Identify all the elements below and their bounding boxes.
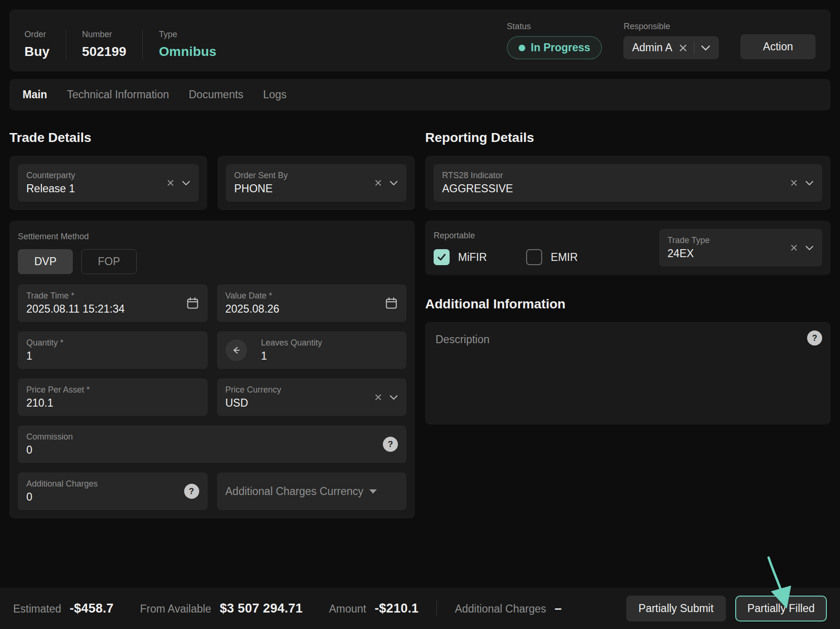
- settlement-fop-button[interactable]: FOP: [81, 249, 136, 274]
- order-side-value: Buy: [24, 44, 50, 59]
- close-icon[interactable]: [679, 44, 687, 52]
- help-icon[interactable]: ?: [184, 484, 199, 499]
- additional-charges-value: 0: [26, 491, 98, 503]
- trade-type-label: Trade Type: [668, 236, 710, 245]
- chip-divider: [694, 42, 694, 54]
- calendar-icon[interactable]: [385, 297, 398, 310]
- chevron-down-icon[interactable]: [389, 181, 398, 186]
- from-available-label: From Available: [140, 603, 211, 615]
- settlement-method-toggle: DVP FOP: [18, 249, 406, 274]
- price-currency-select[interactable]: Price Currency USD: [217, 378, 407, 416]
- close-icon[interactable]: [790, 244, 798, 252]
- checkbox-checked-icon[interactable]: [434, 249, 450, 265]
- additional-charges-currency-select[interactable]: Additional Charges Currency: [217, 472, 407, 510]
- number-label: Number: [82, 30, 127, 39]
- additional-charges-field[interactable]: Additional Charges 0 ?: [18, 472, 208, 510]
- tab-technical-information[interactable]: Technical Information: [67, 87, 169, 102]
- amount-label: Amount: [329, 603, 366, 615]
- chevron-down-icon[interactable]: [805, 181, 814, 186]
- leaves-quantity-field[interactable]: Leaves Quantity 1: [217, 331, 407, 369]
- trade-type-value: 24EX: [668, 247, 710, 260]
- chevron-down-icon[interactable]: [389, 395, 398, 400]
- tab-logs[interactable]: Logs: [263, 87, 287, 102]
- header-divider: [142, 30, 143, 59]
- footer-divider: [436, 600, 437, 616]
- checkbox-unchecked-icon[interactable]: [526, 249, 542, 265]
- chevron-down-icon[interactable]: [182, 181, 190, 186]
- order-number-group: Number 502199: [82, 30, 127, 59]
- order-label: Order: [24, 30, 50, 39]
- quantity-value: 1: [26, 350, 63, 362]
- close-icon[interactable]: [374, 179, 382, 187]
- tab-documents[interactable]: Documents: [189, 87, 243, 102]
- status-label: Status: [507, 22, 602, 31]
- emir-checkbox-item[interactable]: EMIR: [526, 249, 578, 265]
- chevron-down-icon[interactable]: [701, 45, 710, 51]
- amount-value: -$210.1: [375, 601, 419, 616]
- price-per-asset-field[interactable]: Price Per Asset * 210.1: [18, 378, 208, 416]
- from-available-group: From Available $3 507 294.71: [140, 601, 303, 616]
- calendar-icon[interactable]: [186, 297, 199, 310]
- chevron-down-icon[interactable]: [805, 245, 814, 251]
- commission-field[interactable]: Commission 0 ?: [18, 425, 406, 463]
- footer-additional-charges-value: –: [555, 601, 562, 616]
- additional-information-title: Additional Information: [425, 297, 831, 312]
- counterparty-label: Counterparty: [26, 171, 75, 181]
- status-dot-icon: [519, 45, 525, 51]
- quantity-label: Quantity *: [26, 338, 63, 348]
- price-currency-value: USD: [226, 397, 281, 409]
- partially-submit-button[interactable]: Partially Submit: [626, 596, 726, 621]
- reporting-details-title: Reporting Details: [425, 130, 831, 145]
- status-badge[interactable]: In Progress: [507, 36, 602, 59]
- main-content: Trade Details Counterparty Release 1: [9, 130, 831, 519]
- responsible-select[interactable]: Admin A: [623, 36, 719, 59]
- counterparty-select[interactable]: Counterparty Release 1: [18, 164, 199, 202]
- footer-buttons: Partially Submit Partially Filled: [626, 596, 827, 621]
- description-card[interactable]: Description ?: [425, 322, 831, 425]
- header-divider: [66, 30, 66, 59]
- tab-main[interactable]: Main: [23, 87, 47, 102]
- copy-left-arrow-icon[interactable]: [226, 339, 247, 361]
- amount-group: Amount -$210.1: [329, 601, 419, 616]
- rts28-card: RTS28 Indicator AGGRESSIVE: [425, 156, 831, 210]
- close-icon[interactable]: [374, 393, 382, 401]
- trade-fields-grid: Trade Time * 2025.08.11 15:21:34 Value D…: [18, 284, 406, 510]
- leaves-quantity-label: Leaves Quantity: [261, 338, 398, 348]
- close-icon[interactable]: [167, 179, 174, 187]
- commission-value: 0: [26, 444, 73, 456]
- trade-time-field[interactable]: Trade Time * 2025.08.11 15:21:34: [18, 284, 208, 322]
- trade-type-wrap: Trade Type 24EX: [659, 229, 822, 267]
- estimated-value: -$458.7: [70, 601, 114, 616]
- type-label: Type: [159, 30, 217, 39]
- commission-label: Commission: [26, 432, 73, 442]
- trade-details-column: Trade Details Counterparty Release 1: [9, 130, 415, 519]
- partially-filled-button[interactable]: Partially Filled: [735, 596, 827, 621]
- dropdown-triangle-icon[interactable]: [369, 489, 377, 494]
- settlement-method-label: Settlement Method: [18, 232, 406, 242]
- price-per-asset-value: 210.1: [26, 397, 90, 409]
- estimated-group: Estimated -$458.7: [13, 601, 114, 616]
- reportable-group: Reportable MiFIR EMIR: [434, 229, 578, 267]
- help-icon[interactable]: ?: [383, 437, 398, 452]
- counterparty-value: Release 1: [26, 182, 75, 195]
- action-button[interactable]: Action: [740, 34, 816, 59]
- reportable-card: Reportable MiFIR EMIR: [425, 220, 831, 275]
- status-badge-label: In Progress: [531, 41, 591, 54]
- trade-type-select[interactable]: Trade Type 24EX: [659, 229, 822, 267]
- reporting-details-column: Reporting Details RTS28 Indicator AGGRES…: [425, 130, 831, 519]
- help-icon[interactable]: ?: [807, 330, 822, 346]
- description-label: Description: [434, 330, 490, 346]
- additional-charges-label: Additional Charges: [26, 479, 98, 489]
- rts28-indicator-select[interactable]: RTS28 Indicator AGGRESSIVE: [434, 164, 822, 202]
- reportable-label: Reportable: [434, 231, 578, 241]
- value-date-field[interactable]: Value Date * 2025.08.26: [217, 284, 407, 322]
- price-currency-label: Price Currency: [226, 385, 281, 395]
- order-sent-by-select[interactable]: Order Sent By PHONE: [226, 164, 407, 202]
- mifir-checkbox-item[interactable]: MiFIR: [434, 249, 487, 265]
- quantity-field[interactable]: Quantity * 1: [18, 331, 208, 369]
- settlement-dvp-button[interactable]: DVP: [18, 249, 73, 274]
- responsible-group: Responsible Admin A: [623, 22, 719, 59]
- order-side-group: Order Buy: [24, 30, 50, 59]
- responsible-label: Responsible: [623, 22, 719, 31]
- close-icon[interactable]: [790, 179, 798, 187]
